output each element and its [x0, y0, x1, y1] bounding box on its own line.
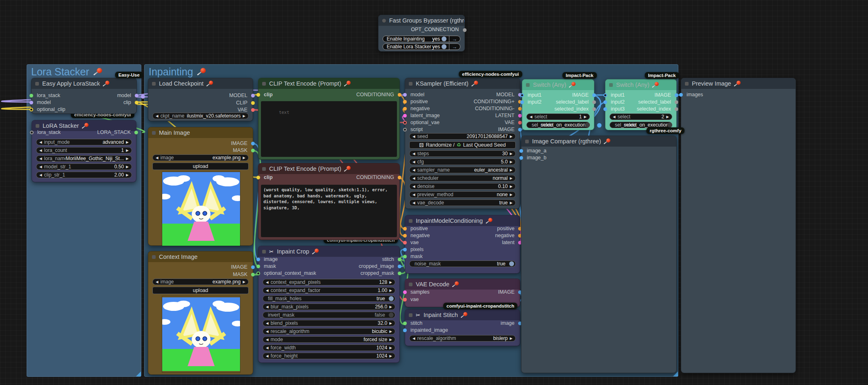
port-clip[interactable] — [256, 176, 260, 179]
collapse-dot-icon[interactable] — [382, 19, 386, 23]
combo-right-icon[interactable]: ▶ — [510, 201, 512, 205]
combo-right-icon[interactable]: ▶ — [666, 115, 669, 119]
collapse-dot-icon[interactable] — [409, 313, 412, 317]
node-switch-any-1[interactable]: Switch (Any) input1 input2 IMAGE selecte… — [522, 79, 594, 130]
collapse-dot-icon[interactable] — [262, 250, 266, 254]
node-title-bar[interactable]: Switch (Any) — [605, 79, 676, 90]
node-title-bar[interactable]: Preview Image — [681, 78, 795, 89]
combo-right-icon[interactable]: ▶ — [389, 337, 392, 342]
node-title-bar[interactable]: VAE Decode — [405, 279, 520, 290]
port-optional-vae[interactable] — [403, 121, 407, 125]
combo-right-icon[interactable]: ▶ — [389, 288, 392, 292]
port-pixels[interactable] — [403, 248, 407, 251]
combo-left-icon[interactable]: ◀ — [613, 115, 616, 119]
combo-left-icon[interactable]: ◀ — [412, 134, 415, 138]
widget-steps[interactable]: ◀ steps 30 ▶ — [409, 150, 516, 157]
node-graph-canvas[interactable]: Lora Stacker Inpainting — [0, 0, 868, 385]
port-latent-out[interactable] — [518, 114, 522, 118]
arrow-icon[interactable]: → — [450, 36, 459, 42]
combo-right-icon[interactable]: ▶ — [510, 176, 512, 180]
node-image-comparer[interactable]: Image Comparer (rgthree) image_a image_b — [521, 136, 677, 373]
widget-lora-name-1[interactable]: ◀ lora_name_1 MoriiMee_Gothic_Niji_St...… — [36, 155, 132, 162]
combo-right-icon[interactable]: ▶ — [389, 329, 392, 333]
combo-left-icon[interactable]: ◀ — [156, 114, 159, 118]
port-model-out[interactable] — [135, 94, 138, 97]
combo-right-icon[interactable]: ▶ — [389, 346, 392, 350]
port-model[interactable] — [29, 101, 33, 104]
port-stitch[interactable] — [403, 322, 407, 325]
port-mask-out[interactable] — [251, 273, 255, 276]
node-load-checkpoint[interactable]: Load Checkpoint MODEL CLIP VAE ◀ ckpt_na… — [148, 78, 253, 121]
widget-blur-mask-pixels[interactable]: ◀ blur_mask_pixels 256.0 ▶ — [263, 303, 395, 310]
node-inpaint-crop[interactable]: ✂ Inpaint Crop image mask optional_conte… — [258, 246, 400, 363]
port-optional-context-mask[interactable] — [256, 272, 260, 275]
combo-right-icon[interactable]: ▶ — [389, 354, 392, 358]
collapse-dot-icon[interactable] — [526, 83, 530, 87]
collapse-dot-icon[interactable] — [409, 283, 412, 286]
widget-model-str-1[interactable]: ◀ model_str_1 0.50 ▶ — [36, 163, 132, 170]
prompt-textarea[interactable]: text — [261, 101, 397, 157]
combo-left-icon[interactable]: ◀ — [530, 115, 533, 119]
port-selected-index-out[interactable] — [592, 107, 596, 111]
widget-ckpt-name[interactable]: ◀ ckpt_name ilustmix_v20.safetensors ▶ — [152, 113, 249, 119]
combo-right-icon[interactable]: ▶ — [510, 168, 512, 172]
widget-scheduler[interactable]: ◀ scheduler normal ▶ — [409, 175, 516, 181]
randomize-seed-button[interactable]: ⚄ Randomize / ♻ Last Queued Seed — [409, 141, 516, 149]
combo-left-icon[interactable]: ◀ — [412, 192, 415, 197]
collapse-dot-icon[interactable] — [262, 167, 266, 171]
group-resize-handle[interactable] — [136, 371, 141, 376]
port-mask[interactable] — [403, 255, 407, 258]
node-title-bar[interactable]: KSampler (Efficient) — [405, 78, 520, 89]
combo-left-icon[interactable]: ◀ — [39, 140, 42, 144]
collapse-dot-icon[interactable] — [152, 131, 156, 135]
widget-force-height[interactable]: ◀ force_height 1024 ▶ — [263, 353, 395, 359]
combo-left-icon[interactable]: ◀ — [266, 329, 269, 333]
node-main-image[interactable]: Main Image IMAGE MASK ◀ image example.pn… — [148, 127, 253, 246]
combo-right-icon[interactable]: ▶ — [389, 321, 392, 325]
port-inpainted-image[interactable] — [403, 328, 407, 332]
widget-select[interactable]: ◀ select 1 ▶ — [526, 113, 590, 120]
port-vae[interactable] — [403, 298, 407, 301]
port-image-out[interactable] — [675, 93, 678, 97]
node-title-bar[interactable]: Context Image — [148, 251, 253, 262]
combo-right-icon[interactable]: ▶ — [242, 114, 245, 118]
bypass-row-lora-stacker[interactable]: Enable Lora Stacker yes → — [383, 43, 460, 50]
prompt-textarea[interactable]: (worst quality, low quality, sketch:1.1)… — [261, 185, 397, 237]
port-vae-out[interactable] — [518, 121, 522, 125]
toggle-dot[interactable] — [389, 296, 394, 301]
widget-sampler-name[interactable]: ◀ sampler_name euler_ancestral ▶ — [409, 167, 516, 173]
node-context-image[interactable]: Context Image IMAGE MASK ◀ image example… — [148, 251, 253, 375]
combo-right-icon[interactable]: ▶ — [510, 192, 512, 197]
toggle-dot[interactable] — [667, 122, 672, 127]
port-model[interactable] — [403, 93, 407, 97]
combo-left-icon[interactable]: ◀ — [412, 336, 415, 340]
node-inpaint-model-conditioning[interactable]: InpaintModelConditioning positive negati… — [405, 215, 520, 274]
node-ksampler-efficient[interactable]: KSampler (Efficient) model positive nega… — [405, 78, 520, 209]
widget-preview-method[interactable]: ◀ preview_method none ▶ — [409, 191, 516, 198]
widget-input-mode[interactable]: ◀ input_mode advanced ▶ — [36, 139, 132, 145]
widget-vae-decode[interactable]: ◀ vae_decode true ▶ — [409, 199, 516, 206]
node-title-bar[interactable]: Switch (Any) — [522, 79, 594, 90]
toggle-dot[interactable] — [509, 261, 514, 266]
combo-left-icon[interactable]: ◀ — [39, 156, 42, 161]
port-conditioning-out[interactable] — [398, 176, 401, 179]
widget-noise-mask[interactable]: noise_mask true — [409, 260, 516, 267]
combo-right-icon[interactable]: ▶ — [510, 160, 512, 164]
widget-rescale-algorithm[interactable]: ◀ rescale_algorithm bicubic ▶ — [263, 328, 395, 335]
widget-image[interactable]: ◀ image example.png ▶ — [152, 154, 249, 161]
port-latent-image[interactable] — [403, 114, 407, 118]
port-stitch-out[interactable] — [398, 258, 401, 261]
widget-context-expand-pixels[interactable]: ◀ context_expand_pixels 128 ▶ — [263, 279, 395, 285]
port-image[interactable] — [256, 258, 260, 261]
port-vae[interactable] — [403, 241, 407, 245]
collapse-dot-icon[interactable] — [685, 82, 689, 86]
node-lora-stacker[interactable]: LoRA Stacker lora_stack LORA_STACK ◀ inp… — [32, 120, 136, 182]
collapse-dot-icon[interactable] — [36, 124, 39, 128]
node-title-bar[interactable]: Image Comparer (rgthree) — [521, 136, 676, 147]
node-title-bar[interactable]: Easy Apply LoraStack — [32, 78, 136, 89]
port-selected-label-out[interactable] — [592, 100, 596, 104]
widget-select[interactable]: ◀ select 2 ▶ — [610, 113, 672, 120]
node-title-bar[interactable]: Main Image — [148, 127, 253, 138]
combo-right-icon[interactable]: ▶ — [584, 115, 587, 119]
toggle-dot[interactable] — [389, 313, 394, 317]
